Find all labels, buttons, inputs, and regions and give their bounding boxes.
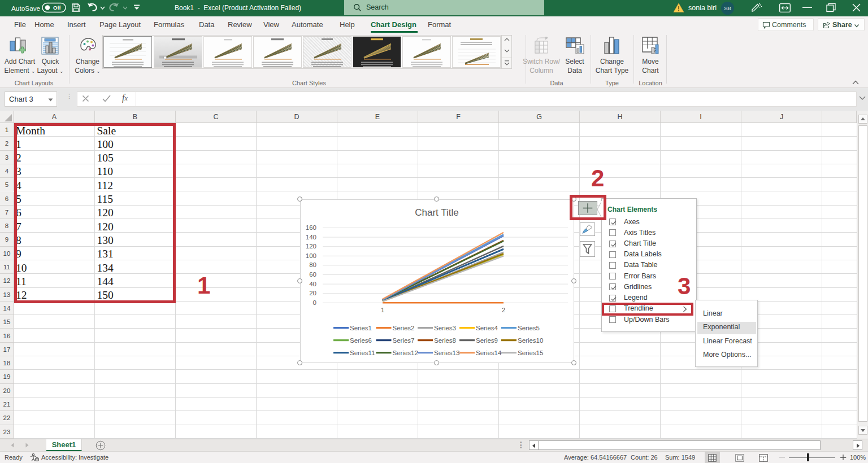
svg-text:Series8: Series8 [434, 337, 456, 344]
svg-text:Series9: Series9 [476, 337, 498, 344]
svg-text:Series7: Series7 [393, 337, 415, 344]
svg-text:Off: Off [53, 5, 62, 11]
svg-text:40: 40 [309, 281, 316, 287]
svg-text:100: 100 [306, 252, 316, 259]
svg-text:2: 2 [502, 307, 505, 313]
svg-text:Series10: Series10 [518, 337, 543, 344]
svg-text:20: 20 [309, 290, 316, 296]
svg-text:Series4: Series4 [476, 325, 498, 331]
svg-text:1: 1 [381, 307, 384, 313]
svg-text:160: 160 [306, 224, 316, 231]
svg-text:80: 80 [309, 261, 316, 268]
svg-text:Series1: Series1 [350, 325, 372, 331]
svg-text:Series5: Series5 [518, 325, 540, 331]
svg-text:120: 120 [306, 243, 316, 250]
svg-text:Series3: Series3 [434, 325, 456, 331]
svg-text:Series15: Series15 [518, 350, 543, 356]
svg-text:Series13: Series13 [434, 350, 459, 356]
svg-text:Series12: Series12 [393, 350, 418, 356]
svg-text:Series2: Series2 [393, 325, 415, 331]
svg-text:0: 0 [313, 299, 316, 306]
svg-text:Series11: Series11 [350, 350, 375, 356]
svg-text:Chart Title: Chart Title [415, 207, 458, 218]
svg-text:60: 60 [309, 271, 316, 278]
svg-text:Series6: Series6 [350, 337, 372, 344]
svg-text:140: 140 [306, 234, 316, 241]
svg-text:Series14: Series14 [476, 350, 502, 356]
